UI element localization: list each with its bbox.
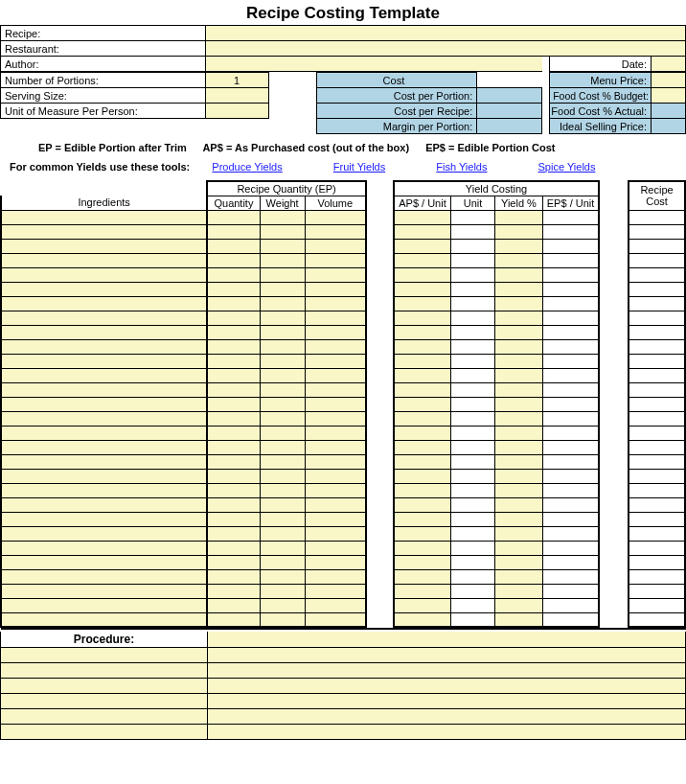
weight-cell[interactable]: [260, 382, 305, 397]
ap-cell[interactable]: [394, 339, 451, 354]
weight-cell[interactable]: [260, 483, 305, 497]
ap-cell[interactable]: [394, 296, 451, 311]
procedure-cell[interactable]: [1, 647, 208, 662]
ingredient-cell[interactable]: [1, 325, 207, 339]
unit-cell[interactable]: [451, 483, 495, 497]
qty-cell[interactable]: [207, 354, 260, 368]
unit-cell[interactable]: [451, 440, 495, 454]
ap-cell[interactable]: [394, 469, 451, 483]
procedure-cell[interactable]: [1, 678, 208, 693]
unit-cell[interactable]: [451, 454, 495, 469]
portions-value[interactable]: 1: [205, 73, 268, 88]
ap-cell[interactable]: [394, 555, 451, 569]
volume-cell[interactable]: [305, 311, 366, 325]
unit-cell[interactable]: [451, 411, 495, 426]
yield-cell[interactable]: [495, 541, 543, 555]
ingredient-cell[interactable]: [1, 612, 207, 627]
unit-cell[interactable]: [451, 541, 495, 555]
ingredient-cell[interactable]: [1, 483, 207, 497]
ingredient-cell[interactable]: [1, 339, 207, 354]
procedure-cell[interactable]: [208, 724, 686, 739]
unit-cell[interactable]: [451, 584, 495, 598]
ingredient-cell[interactable]: [1, 454, 207, 469]
qty-cell[interactable]: [207, 526, 260, 541]
ap-cell[interactable]: [394, 368, 451, 382]
volume-cell[interactable]: [305, 296, 366, 311]
restaurant-value[interactable]: [205, 41, 685, 57]
ap-cell[interactable]: [394, 311, 451, 325]
ap-cell[interactable]: [394, 598, 451, 612]
weight-cell[interactable]: [260, 469, 305, 483]
link-fish[interactable]: Fish Yields: [436, 161, 487, 173]
procedure-cell[interactable]: [1, 708, 208, 724]
unit-cell[interactable]: [451, 497, 495, 512]
qty-cell[interactable]: [207, 440, 260, 454]
ingredient-cell[interactable]: [1, 239, 207, 253]
ingredient-cell[interactable]: [1, 426, 207, 440]
recipe-value[interactable]: [205, 26, 685, 41]
ap-cell[interactable]: [394, 584, 451, 598]
unit-cell[interactable]: [451, 239, 495, 253]
qty-cell[interactable]: [207, 612, 260, 627]
volume-cell[interactable]: [305, 282, 366, 296]
procedure-cell[interactable]: [1, 724, 208, 739]
budget-value[interactable]: [652, 88, 686, 104]
procedure-cell[interactable]: [208, 693, 686, 708]
ap-cell[interactable]: [394, 253, 451, 267]
volume-cell[interactable]: [305, 411, 366, 426]
volume-cell[interactable]: [305, 454, 366, 469]
ap-cell[interactable]: [394, 569, 451, 584]
procedure-cell[interactable]: [1, 662, 208, 678]
volume-cell[interactable]: [305, 382, 366, 397]
ingredient-cell[interactable]: [1, 282, 207, 296]
unit-cell[interactable]: [451, 296, 495, 311]
yield-cell[interactable]: [495, 210, 543, 224]
ingredient-cell[interactable]: [1, 569, 207, 584]
yield-cell[interactable]: [495, 239, 543, 253]
volume-cell[interactable]: [305, 325, 366, 339]
volume-cell[interactable]: [305, 239, 366, 253]
ap-cell[interactable]: [394, 612, 451, 627]
weight-cell[interactable]: [260, 541, 305, 555]
author-value[interactable]: [205, 57, 541, 72]
weight-cell[interactable]: [260, 512, 305, 526]
weight-cell[interactable]: [260, 397, 305, 411]
unit-cell[interactable]: [451, 325, 495, 339]
qty-cell[interactable]: [207, 311, 260, 325]
link-spice[interactable]: Spice Yields: [538, 161, 596, 173]
yield-cell[interactable]: [495, 584, 543, 598]
uom-value[interactable]: [205, 104, 268, 119]
ap-cell[interactable]: [394, 224, 451, 239]
volume-cell[interactable]: [305, 224, 366, 239]
unit-cell[interactable]: [451, 426, 495, 440]
unit-cell[interactable]: [451, 382, 495, 397]
weight-cell[interactable]: [260, 267, 305, 282]
ingredient-cell[interactable]: [1, 267, 207, 282]
ap-cell[interactable]: [394, 497, 451, 512]
yield-cell[interactable]: [495, 397, 543, 411]
weight-cell[interactable]: [260, 311, 305, 325]
yield-cell[interactable]: [495, 526, 543, 541]
qty-cell[interactable]: [207, 282, 260, 296]
ap-cell[interactable]: [394, 397, 451, 411]
procedure-cell[interactable]: [208, 632, 686, 647]
ap-cell[interactable]: [394, 454, 451, 469]
weight-cell[interactable]: [260, 598, 305, 612]
yield-cell[interactable]: [495, 296, 543, 311]
yield-cell[interactable]: [495, 426, 543, 440]
qty-cell[interactable]: [207, 210, 260, 224]
weight-cell[interactable]: [260, 210, 305, 224]
volume-cell[interactable]: [305, 483, 366, 497]
volume-cell[interactable]: [305, 526, 366, 541]
weight-cell[interactable]: [260, 354, 305, 368]
weight-cell[interactable]: [260, 526, 305, 541]
procedure-cell[interactable]: [208, 678, 686, 693]
yield-cell[interactable]: [495, 382, 543, 397]
yield-cell[interactable]: [495, 454, 543, 469]
volume-cell[interactable]: [305, 210, 366, 224]
ingredient-cell[interactable]: [1, 526, 207, 541]
ap-cell[interactable]: [394, 282, 451, 296]
yield-cell[interactable]: [495, 440, 543, 454]
qty-cell[interactable]: [207, 483, 260, 497]
unit-cell[interactable]: [451, 397, 495, 411]
